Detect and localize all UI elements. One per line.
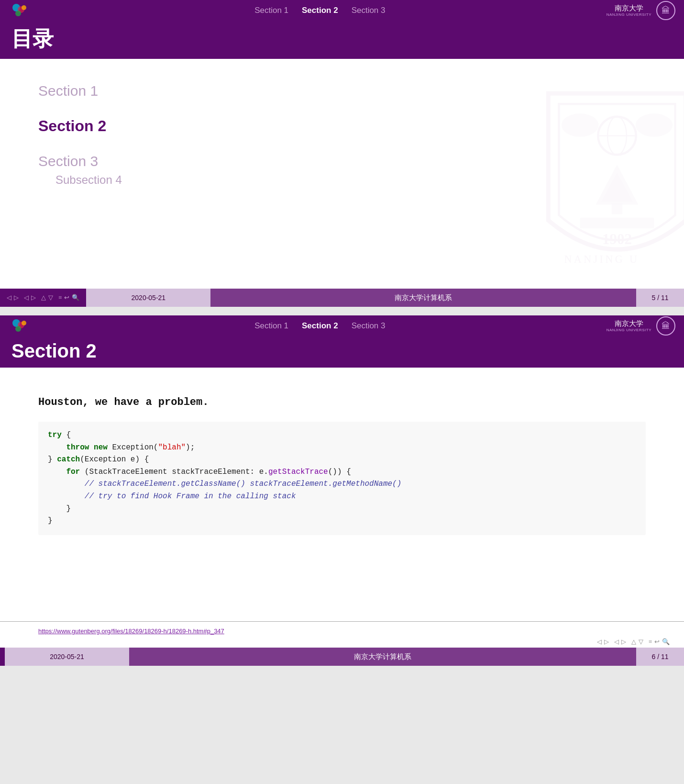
nav2-arrow-right1[interactable]: ▷: [604, 638, 609, 646]
top-nav-slide1: Section 1 Section 2 Section 3: [254, 6, 385, 15]
top-bar-slide2: Section 1 Section 2 Section 3 南京大学 NANJI…: [0, 315, 684, 336]
footnote-link[interactable]: https://www.gutenberg.org/files/18269/18…: [38, 627, 224, 635]
footer-date-slide1: 2020-05-21: [86, 289, 210, 307]
footer-nav-left-slide1: ◁ ▷ ◁ ▷ △ ▽ ≡ ↩ 🔍: [0, 294, 86, 302]
nju-emblem-slide1: 🏛: [656, 1, 675, 20]
nju-emblem-slide2: 🏛: [656, 316, 675, 336]
nav-section2-slide2[interactable]: Section 2: [302, 321, 338, 331]
code-line-7: }: [48, 503, 636, 515]
nav-section2-slide1[interactable]: Section 2: [302, 6, 338, 15]
top-bar-right-slide1: 南京大学 NANJING UNIVERSITY 🏛: [607, 1, 675, 20]
svg-point-3: [22, 5, 26, 10]
footer-page-slide1: 5 / 11: [636, 289, 684, 307]
nav2-expand1[interactable]: ≡: [649, 638, 652, 646]
nav2-search1[interactable]: 🔍: [662, 638, 670, 646]
toc-label-1: Section 1: [38, 83, 98, 99]
code-line-6: // try to find Hook Frame in the calling…: [48, 491, 636, 503]
slide-1: Section 1 Section 2 Section 3 南京大学 NANJI…: [0, 0, 684, 307]
nav-section3-slide2[interactable]: Section 3: [352, 321, 386, 331]
svg-rect-11: [612, 203, 622, 214]
svg-point-18: [22, 321, 26, 325]
code-line-2: throw new Exception("blah");: [48, 442, 636, 454]
svg-point-4: [562, 113, 598, 137]
nav2-arrow-down1[interactable]: ▽: [639, 638, 643, 646]
footer-title-slide2: 南京大学计算机系: [129, 648, 636, 666]
slide-separator: [0, 307, 684, 315]
footnote-area: https://www.gutenberg.org/files/18269/18…: [0, 621, 684, 635]
footer-bar-slide1: ◁ ▷ ◁ ▷ △ ▽ ≡ ↩ 🔍 2020-05-21 南京大学计算机系 5 …: [0, 289, 684, 307]
nav2-arrow-prev1[interactable]: ◁: [614, 638, 619, 646]
code-block: try { throw new Exception("blah"); } cat…: [38, 422, 646, 535]
nav2-arrow-left1[interactable]: ◁: [597, 638, 602, 646]
footer-center-slide2: 2020-05-21 南京大学计算机系 6 / 11: [5, 648, 684, 666]
nju-logo-text-2: 南京大学 NANJING UNIVERSITY: [607, 320, 651, 332]
nav2-arrow-up1[interactable]: △: [631, 638, 636, 646]
slide2-body: Houston, we have a problem. try { throw …: [0, 368, 684, 616]
nav-section1-slide1[interactable]: Section 1: [254, 6, 288, 15]
code-line-3: } catch(Exception e) {: [48, 454, 636, 466]
logo-slide2: [9, 317, 33, 335]
slide1-title: 目录: [11, 25, 673, 53]
footer-center-slide1: 2020-05-21 南京大学计算机系 5 / 11: [86, 289, 684, 307]
top-bar-right-slide2: 南京大学 NANJING UNIVERSITY 🏛: [607, 316, 675, 336]
nav-arrow-left1[interactable]: ◁: [7, 294, 11, 302]
svg-point-2: [15, 11, 21, 16]
nav2-undo1[interactable]: ↩: [654, 638, 660, 646]
svg-rect-12: [580, 218, 654, 228]
problem-statement: Houston, we have a problem.: [38, 396, 646, 408]
watermark: 1902 NANJING U: [536, 83, 684, 286]
nav-undo1[interactable]: ↩: [64, 294, 69, 302]
slide-2: Section 1 Section 2 Section 3 南京大学 NANJI…: [0, 315, 684, 666]
nav2-arrow-next1[interactable]: ▷: [621, 638, 626, 646]
nav-expand1[interactable]: ≡: [58, 294, 62, 302]
svg-point-17: [15, 326, 21, 332]
nav-section3-slide1[interactable]: Section 3: [352, 6, 386, 15]
nav-section1-slide2[interactable]: Section 1: [254, 321, 288, 331]
top-nav-slide2: Section 1 Section 2 Section 3: [254, 321, 385, 331]
code-line-5: // stackTraceElement.getClassName() stac…: [48, 478, 636, 491]
title-bar-slide1: 目录: [0, 21, 684, 59]
nav-arrow-right1[interactable]: ▷: [14, 294, 19, 302]
code-line-1: try {: [48, 429, 636, 442]
footer-controls-row: ◁ ▷ ◁ ▷ △ ▽ ≡ ↩ 🔍: [0, 635, 684, 648]
svg-point-5: [636, 113, 673, 137]
footer-title-slide1: 南京大学计算机系: [210, 289, 636, 307]
title-bar-slide2: Section 2: [0, 336, 684, 368]
top-bar-slide1: Section 1 Section 2 Section 3 南京大学 NANJI…: [0, 0, 684, 21]
svg-text:1902: 1902: [602, 231, 632, 247]
footer-bar-slide2: 2020-05-21 南京大学计算机系 6 / 11: [0, 648, 684, 666]
nav-arrow-up1[interactable]: △: [41, 294, 46, 302]
footer-page-slide2: 6 / 11: [636, 648, 684, 666]
footer-controls-slide2: ◁ ▷ ◁ ▷ △ ▽ ≡ ↩ 🔍: [590, 638, 676, 646]
footer-date-slide2: 2020-05-21: [5, 648, 129, 666]
svg-text:NANJING  U: NANJING U: [564, 253, 639, 265]
nav-search1[interactable]: 🔍: [72, 294, 79, 302]
toc-label-3: Section 3: [38, 153, 98, 169]
nav-arrow-next1[interactable]: ▷: [31, 294, 36, 302]
toc-label-2: Section 2: [38, 117, 106, 134]
code-line-4: for (StackTraceElement stackTraceElement…: [48, 466, 636, 479]
nju-logo-text: 南京大学 NANJING UNIVERSITY: [607, 4, 651, 17]
slide2-title: Section 2: [11, 340, 673, 362]
nav-arrow-prev1[interactable]: ◁: [24, 294, 29, 302]
slide1-body: 1902 NANJING U Section 1 Section 2 Secti…: [0, 59, 684, 289]
nav-arrow-down1[interactable]: ▽: [48, 294, 53, 302]
logo-slide1: [9, 2, 33, 19]
code-line-8: }: [48, 515, 636, 527]
